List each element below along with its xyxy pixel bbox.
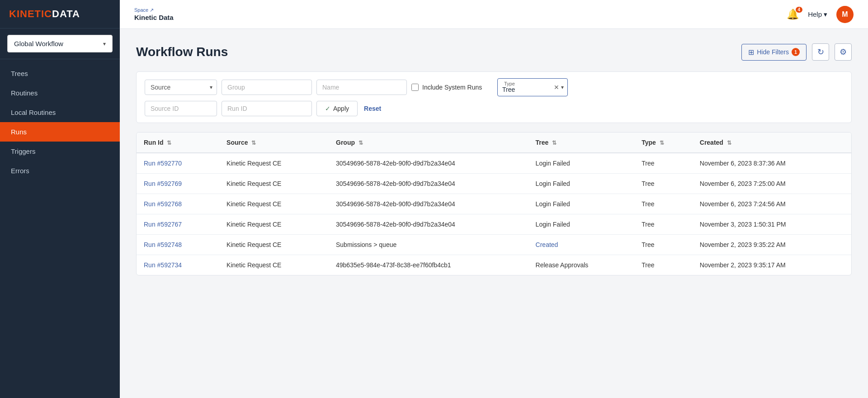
cell-group: Submissions > queue (329, 235, 528, 255)
include-system-runs-label[interactable]: Include System Runs (411, 84, 493, 91)
topbar-right: 🔔 4 Help ▾ M (787, 6, 854, 23)
cell-type: Tree (634, 255, 693, 275)
cell-created: November 6, 2023 7:24:56 AM (693, 194, 851, 214)
cell-tree: Login Failed (528, 194, 635, 214)
cell-source: Kinetic Request CE (219, 174, 329, 194)
cell-tree: Login Failed (528, 214, 635, 235)
group-input[interactable] (222, 80, 312, 95)
cell-run-id: Run #592734 (137, 255, 219, 275)
sidebar-item-routines[interactable]: Routines (0, 83, 120, 103)
cell-type: Tree (634, 174, 693, 194)
cell-type: Tree (634, 235, 693, 255)
include-system-runs-text: Include System Runs (422, 84, 482, 91)
sidebar-item-trees[interactable]: Trees (0, 64, 120, 83)
cell-source: Kinetic Request CE (219, 255, 329, 275)
logo-kinetic: KINETIC (9, 8, 52, 19)
cell-tree: Created (528, 235, 635, 255)
sidebar-item-errors[interactable]: Errors (0, 161, 120, 180)
sidebar-item-triggers[interactable]: Triggers (0, 142, 120, 161)
run-id-link[interactable]: Run #592768 (144, 200, 212, 208)
col-created: Created ⇅ (693, 133, 851, 153)
sidebar-item-runs[interactable]: Runs (0, 122, 120, 142)
chevron-down-icon: ▾ (824, 10, 827, 19)
cell-created: November 2, 2023 9:35:22 AM (693, 235, 851, 255)
runs-tbody: Run #592770Kinetic Request CE30549696-58… (137, 153, 851, 275)
workspace-label: Global Workflow (14, 40, 63, 47)
sort-icon: ⇅ (660, 140, 664, 146)
col-type: Type ⇅ (634, 133, 693, 153)
cell-type: Tree (634, 194, 693, 214)
reset-button[interactable]: Reset (362, 101, 383, 116)
chevron-down-icon: ▾ (103, 41, 106, 47)
sort-icon: ⇅ (251, 140, 256, 146)
sort-icon: ⇅ (167, 140, 171, 146)
refresh-button[interactable]: ↻ (812, 43, 829, 61)
notifications-button[interactable]: 🔔 4 (787, 9, 799, 20)
cell-group: 30549696-5878-42eb-90f0-d9d7b2a34e04 (329, 174, 528, 194)
logo: KINETICDATA (0, 0, 120, 28)
run-id-link[interactable]: Run #592748 (144, 241, 212, 248)
run-id-link[interactable]: Run #592767 (144, 221, 212, 228)
cell-run-id: Run #592770 (137, 153, 219, 174)
cell-tree: Login Failed (528, 174, 635, 194)
type-select-wrapper[interactable]: Type Tree Routine ✕ ▾ (497, 78, 568, 96)
main-content: Space ↗ Kinetic Data 🔔 4 Help ▾ M Workfl… (120, 0, 868, 398)
cell-run-id: Run #592748 (137, 235, 219, 255)
cell-created: November 2, 2023 9:35:17 AM (693, 255, 851, 275)
help-button[interactable]: Help ▾ (808, 10, 827, 19)
settings-button[interactable]: ⚙ (835, 43, 852, 61)
chevron-down-icon: ▾ (561, 84, 567, 90)
cell-tree: Release Approvals (528, 255, 635, 275)
filter-row-1: Source Kinetic Request CE ▾ Include Syst… (145, 78, 843, 96)
run-id-link[interactable]: Run #592770 (144, 160, 212, 167)
table-row: Run #592768Kinetic Request CE30549696-58… (137, 194, 851, 214)
source-id-input[interactable] (145, 101, 217, 116)
table-wrapper: Run Id ⇅ Source ⇅ Group ⇅ Tree ⇅ Type ⇅ … (136, 132, 852, 275)
cell-created: November 3, 2023 1:50:31 PM (693, 214, 851, 235)
filter-count-badge: 1 (792, 48, 800, 56)
logo-data: DATA (52, 8, 80, 19)
page-content: Workflow Runs ⊞ Hide Filters 1 ↻ ⚙ (120, 29, 868, 398)
hide-filters-button[interactable]: ⊞ Hide Filters 1 (741, 44, 807, 61)
avatar[interactable]: M (836, 6, 854, 23)
run-id-link[interactable]: Run #592734 (144, 261, 212, 269)
page-actions: ⊞ Hide Filters 1 ↻ ⚙ (741, 43, 852, 61)
include-system-runs-checkbox[interactable] (411, 84, 419, 91)
sidebar: KINETICDATA Global Workflow ▾ Trees Rout… (0, 0, 120, 398)
type-select[interactable]: Tree Routine (498, 79, 552, 96)
workspace-dropdown-button[interactable]: Global Workflow ▾ (7, 35, 113, 52)
workspace-dropdown[interactable]: Global Workflow ▾ (0, 28, 120, 59)
cell-run-id: Run #592767 (137, 214, 219, 235)
cell-source: Kinetic Request CE (219, 153, 329, 174)
col-group: Group ⇅ (329, 133, 528, 153)
cell-run-id: Run #592769 (137, 174, 219, 194)
page-title: Workflow Runs (136, 45, 228, 59)
source-select[interactable]: Source Kinetic Request CE (145, 80, 217, 95)
run-id-input[interactable] (222, 101, 312, 116)
cell-group: 30549696-5878-42eb-90f0-d9d7b2a34e04 (329, 153, 528, 174)
run-id-link[interactable]: Run #592769 (144, 180, 212, 187)
space-link[interactable]: Space ↗ (134, 7, 154, 13)
runs-table: Run Id ⇅ Source ⇅ Group ⇅ Tree ⇅ Type ⇅ … (137, 133, 851, 275)
apply-button[interactable]: ✓ Apply (316, 101, 358, 116)
apply-label: Apply (333, 105, 349, 112)
topbar: Space ↗ Kinetic Data 🔔 4 Help ▾ M (120, 0, 868, 29)
gear-icon: ⚙ (840, 47, 847, 57)
cell-group: 30549696-5878-42eb-90f0-d9d7b2a34e04 (329, 194, 528, 214)
cell-run-id: Run #592768 (137, 194, 219, 214)
page-header: Workflow Runs ⊞ Hide Filters 1 ↻ ⚙ (136, 43, 852, 61)
sort-icon: ⇅ (727, 140, 731, 146)
sidebar-nav: Trees Routines Local Routines Runs Trigg… (0, 59, 120, 398)
name-input[interactable] (316, 80, 407, 95)
table-row: Run #592767Kinetic Request CE30549696-58… (137, 214, 851, 235)
type-clear-button[interactable]: ✕ (552, 84, 561, 91)
cell-group: 49b635e5-984e-473f-8c38-ee7f60fb4cb1 (329, 255, 528, 275)
table-header-row: Run Id ⇅ Source ⇅ Group ⇅ Tree ⇅ Type ⇅ … (137, 133, 851, 153)
help-label: Help (808, 10, 822, 18)
topbar-left: Space ↗ Kinetic Data (134, 7, 174, 21)
filter-bar: Source Kinetic Request CE ▾ Include Syst… (136, 71, 852, 123)
sidebar-item-local-routines[interactable]: Local Routines (0, 103, 120, 122)
cell-type: Tree (634, 214, 693, 235)
sort-icon: ⇅ (552, 140, 557, 146)
cell-type: Tree (634, 153, 693, 174)
